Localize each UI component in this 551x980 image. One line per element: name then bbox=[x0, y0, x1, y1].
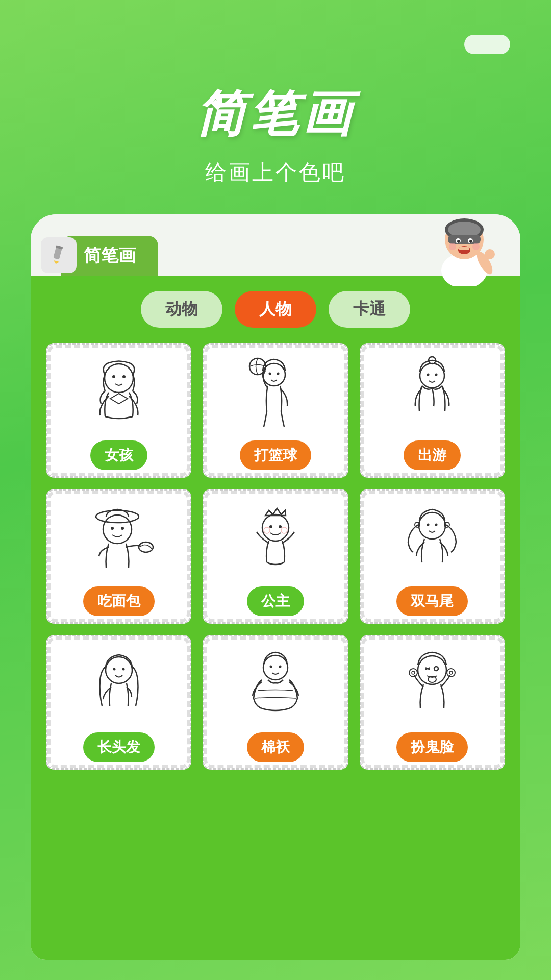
svg-point-24 bbox=[249, 358, 266, 375]
item-label-travel: 出游 bbox=[404, 440, 461, 470]
svg-point-44 bbox=[106, 657, 132, 683]
main-card: 简笔画 bbox=[31, 214, 520, 960]
svg-marker-1 bbox=[53, 260, 60, 265]
svg-point-55 bbox=[447, 669, 455, 677]
svg-point-37 bbox=[264, 527, 270, 533]
svg-point-34 bbox=[262, 514, 289, 541]
svg-point-39 bbox=[419, 512, 445, 539]
app-subtitle: 给画上个色吧 bbox=[0, 158, 551, 187]
svg-point-41 bbox=[444, 522, 449, 527]
item-label-girl: 女孩 bbox=[90, 440, 147, 470]
items-grid: 女孩 bbox=[46, 343, 505, 770]
item-card-travel[interactable]: 出游 bbox=[360, 343, 505, 478]
svg-point-50 bbox=[418, 656, 446, 684]
svg-rect-13 bbox=[459, 247, 469, 250]
item-card-girl[interactable]: 女孩 bbox=[46, 343, 191, 478]
svg-point-19 bbox=[112, 375, 115, 378]
pencil-icon bbox=[48, 245, 69, 265]
content-area: 动物 人物 卡通 bbox=[31, 276, 520, 960]
svg-point-47 bbox=[263, 655, 288, 680]
svg-rect-7 bbox=[448, 235, 481, 244]
filter-people[interactable]: 人物 bbox=[235, 291, 316, 328]
top-pill bbox=[464, 35, 510, 54]
header: 简笔画 给画上个色吧 bbox=[0, 0, 551, 187]
svg-point-31 bbox=[111, 527, 114, 530]
svg-point-56 bbox=[449, 671, 453, 674]
filter-row: 动物 人物 卡通 bbox=[46, 291, 505, 328]
svg-point-18 bbox=[105, 364, 133, 393]
item-label-coat: 棉袄 bbox=[247, 732, 304, 762]
svg-point-54 bbox=[412, 671, 415, 674]
app-title: 简笔画 bbox=[0, 82, 551, 148]
svg-point-33 bbox=[139, 542, 153, 552]
svg-point-26 bbox=[429, 357, 436, 364]
svg-point-52 bbox=[428, 676, 436, 682]
svg-point-32 bbox=[121, 527, 124, 530]
svg-point-27 bbox=[427, 374, 430, 376]
item-card-princess[interactable]: 公主 bbox=[203, 489, 348, 624]
svg-point-22 bbox=[268, 373, 271, 375]
item-img-girl bbox=[78, 353, 160, 434]
item-label-twintails: 双马尾 bbox=[396, 586, 468, 616]
item-card-basketball[interactable]: 打篮球 bbox=[203, 343, 348, 478]
item-img-grimace bbox=[391, 645, 473, 726]
svg-point-40 bbox=[415, 522, 420, 527]
svg-point-28 bbox=[435, 374, 438, 376]
item-label-princess: 公主 bbox=[247, 586, 304, 616]
svg-point-42 bbox=[427, 524, 430, 526]
item-label-bread: 吃面包 bbox=[83, 586, 155, 616]
item-img-longhair bbox=[78, 645, 160, 726]
item-img-princess bbox=[235, 499, 316, 580]
item-img-bread bbox=[78, 499, 160, 580]
item-card-bread[interactable]: 吃面包 bbox=[46, 489, 191, 624]
svg-point-36 bbox=[279, 525, 282, 528]
svg-point-15 bbox=[472, 243, 480, 250]
item-label-longhair: 长头发 bbox=[83, 732, 155, 762]
svg-point-53 bbox=[409, 669, 417, 677]
card-header: 简笔画 bbox=[31, 214, 520, 276]
svg-point-49 bbox=[279, 666, 281, 668]
svg-point-17 bbox=[485, 249, 495, 259]
item-label-basketball: 打篮球 bbox=[240, 440, 311, 470]
filter-cartoon[interactable]: 卡通 bbox=[329, 291, 410, 328]
item-img-coat bbox=[235, 645, 316, 726]
item-img-travel bbox=[391, 353, 473, 434]
svg-point-46 bbox=[122, 668, 124, 671]
svg-point-29 bbox=[103, 515, 132, 544]
svg-point-35 bbox=[269, 525, 272, 528]
filter-animals[interactable]: 动物 bbox=[141, 291, 222, 328]
item-img-twintails bbox=[391, 499, 473, 580]
svg-point-38 bbox=[281, 527, 287, 533]
item-img-basketball bbox=[235, 353, 316, 434]
mascot bbox=[429, 214, 500, 281]
svg-point-10 bbox=[457, 240, 460, 243]
svg-point-21 bbox=[263, 363, 285, 386]
item-card-coat[interactable]: 棉袄 bbox=[203, 635, 348, 770]
svg-point-25 bbox=[420, 363, 444, 388]
svg-point-48 bbox=[269, 666, 272, 668]
item-label-grimace: 扮鬼脸 bbox=[396, 732, 468, 762]
item-card-twintails[interactable]: 双马尾 bbox=[360, 489, 505, 624]
svg-point-45 bbox=[113, 668, 115, 671]
svg-point-23 bbox=[277, 373, 279, 375]
svg-point-11 bbox=[469, 240, 472, 243]
svg-point-43 bbox=[435, 524, 438, 526]
svg-point-30 bbox=[96, 510, 139, 523]
item-card-longhair[interactable]: 长头发 bbox=[46, 635, 191, 770]
pencil-tab[interactable] bbox=[41, 237, 77, 273]
svg-point-14 bbox=[449, 243, 456, 250]
svg-point-20 bbox=[122, 375, 126, 378]
svg-point-51 bbox=[434, 667, 438, 671]
item-card-grimace[interactable]: 扮鬼脸 bbox=[360, 635, 505, 770]
